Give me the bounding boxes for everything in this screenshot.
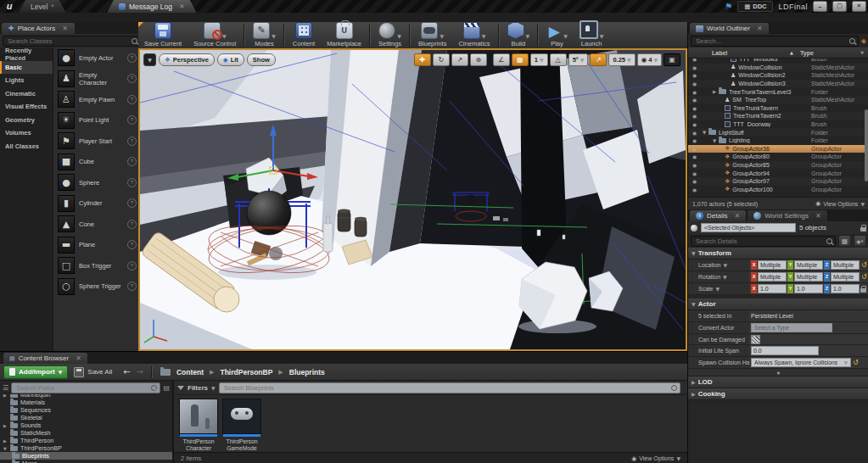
expander-collapsed-icon[interactable]: ▶ (3, 423, 8, 428)
scale-snap-button[interactable]: ↗ (590, 53, 607, 66)
help-icon[interactable]: ? (127, 115, 137, 125)
folder-row-thirdperson[interactable]: ▶ThirdPerson (0, 437, 172, 444)
outliner-row-selected[interactable]: ◉❖GroupActor36GroupActor (688, 145, 868, 153)
help-icon[interactable]: ? (127, 261, 137, 271)
folder-row-sounds[interactable]: ▶Sounds (0, 421, 172, 429)
outliner-row[interactable]: ◉❖GroupActor97GroupActor (688, 177, 868, 186)
close-tab-icon[interactable]: ✕ (62, 25, 68, 32)
reset-icon[interactable]: ↺ (861, 273, 867, 281)
rotate-tool-button[interactable]: ↻ (433, 53, 450, 66)
outliner-search-field[interactable] (691, 36, 859, 47)
rotation-z-field[interactable]: Multiple (831, 272, 860, 282)
convert-actor-dropdown[interactable]: Select a Type▼ (751, 323, 832, 332)
scale-snap-value[interactable]: 0.25▼ (608, 53, 635, 66)
search-assets-field[interactable] (219, 382, 680, 393)
initial-life-span-field[interactable]: 0.0 (751, 346, 819, 355)
save-all-button[interactable]: Save All (74, 367, 112, 377)
show-button[interactable]: Show (247, 53, 276, 66)
expander-collapsed-icon[interactable]: ▶ (713, 89, 719, 94)
content-browser-tab[interactable]: ▤ Content Browser ✕ (3, 353, 87, 364)
details-expander[interactable]: ▼ (688, 369, 868, 377)
rotation-y-field[interactable]: Multiple (794, 272, 823, 282)
search-details-field[interactable] (691, 236, 836, 247)
play-button[interactable]: ▶▼Play (540, 23, 574, 47)
blueprints-button[interactable]: ▼Blueprints (412, 23, 452, 47)
expander-expanded-icon[interactable]: ▼ (713, 138, 719, 143)
expander-expanded-icon[interactable]: ▼ (703, 130, 708, 135)
category-recently-placed[interactable]: Recently Placed (0, 47, 53, 61)
category-lights[interactable]: Lights (0, 74, 53, 87)
folder-row-skeletal[interactable]: Skeletal (0, 414, 172, 421)
visibility-eye-icon[interactable]: ◉ (688, 162, 701, 168)
build-button[interactable]: ▼Build (501, 23, 536, 47)
category-geometry[interactable]: Geometry (0, 114, 53, 127)
outliner-row[interactable]: ◉TreeTrunkTavernBrush (688, 104, 868, 113)
asset-thirdperson-character[interactable]: ThirdPersonCharacter (179, 399, 218, 451)
flag-icon[interactable]: ⚑ (725, 2, 732, 11)
level-viewport[interactable]: ▼ ❖Perspective ◆Lit Show ✚ ↻ ↗ ⊕ ∠ ▦ 1▼ … (138, 48, 687, 351)
help-icon[interactable]: ? (127, 157, 137, 166)
help-icon[interactable]: ? (127, 137, 137, 146)
marketplace-button[interactable]: UMarketplace (321, 23, 367, 47)
lod-section-header[interactable]: ▶ LOD (688, 377, 868, 388)
help-icon[interactable]: ? (127, 220, 137, 229)
close-tab-icon[interactable]: ✕ (757, 25, 763, 32)
list-view-icon[interactable]: ▤ (163, 384, 170, 392)
location-y-field[interactable]: Multiple (794, 260, 823, 270)
grid-snap-value[interactable]: 1▼ (530, 53, 548, 66)
folder-row-staticmesh[interactable]: StaticMesh (0, 429, 172, 437)
add-import-button[interactable]: Add/Import▼ (3, 365, 68, 379)
visibility-eye-icon[interactable]: ◉ (688, 130, 701, 136)
expander-collapsed-icon[interactable]: ▶ (3, 438, 8, 443)
move-tool-button[interactable]: ✚ (414, 53, 431, 66)
rotation-snap-button[interactable]: △ (550, 53, 567, 66)
maximize-viewport-button[interactable]: ▣ (664, 53, 680, 66)
expander-expanded-icon[interactable]: ▼ (3, 446, 8, 451)
breadcrumb-thirdpersonbp[interactable]: ThirdPersonBP (220, 368, 272, 377)
can-be-damaged-checkbox[interactable] (751, 335, 760, 344)
rotation-x-field[interactable]: Multiple (758, 272, 787, 282)
content-view-options[interactable]: ◉View Options▼ (631, 455, 680, 462)
reset-icon[interactable]: ↺ (853, 359, 859, 366)
close-tab-icon[interactable]: ✕ (76, 354, 81, 362)
search-paths-input[interactable] (14, 383, 151, 393)
search-assets-input[interactable] (222, 383, 671, 393)
transform-section-header[interactable]: ▼ Transform (688, 248, 868, 259)
place-actor-point-light[interactable]: ☀Point Light? (53, 110, 139, 131)
outliner-row[interactable]: ◉▼LightStuffFolder (688, 128, 868, 137)
place-actors-tab[interactable]: ✚ Place Actors ✕ (2, 23, 75, 34)
place-actor-player-start[interactable]: ⚑Player Start? (53, 131, 139, 152)
cooking-section-header[interactable]: ▶ Cooking (688, 388, 868, 400)
visibility-eye-icon[interactable]: ◉ (688, 59, 701, 62)
outliner-column-header[interactable]: Label ▲ Type ▼ (688, 47, 868, 59)
lock-icon[interactable] (860, 227, 866, 232)
modes-button[interactable]: ✎▼Modes (247, 23, 282, 47)
source-control-button[interactable]: ▼Source Control (188, 23, 242, 47)
type-filter-icon[interactable]: ▼ (860, 50, 864, 55)
lit-button[interactable]: ◆Lit (217, 53, 244, 66)
outliner-row[interactable]: ◉❖GroupActor94GroupActor (688, 169, 868, 177)
sources-toggle-icon[interactable]: ☰ (3, 384, 8, 392)
outliner-row[interactable]: ◉▼LightingFolder (688, 137, 868, 145)
close-tab-icon[interactable]: ✕ (815, 212, 821, 220)
folder-row-materials[interactable]: Materials (0, 399, 172, 406)
close-tab-icon[interactable]: ✕ (179, 3, 185, 10)
outliner-row[interactable]: ◉♟WindowCollision3StaticMeshActor (688, 80, 868, 88)
visibility-eye-icon[interactable]: ◉ (688, 89, 701, 95)
help-icon[interactable]: ? (127, 74, 137, 83)
place-actor-cube[interactable]: ■Cube? (53, 152, 139, 173)
visibility-eye-icon[interactable]: ◉ (688, 113, 701, 119)
location-x-field[interactable]: Multiple (758, 260, 787, 270)
place-actor-plane[interactable]: ▬Plane? (53, 235, 139, 256)
place-actor-cone[interactable]: ▲Cone? (53, 214, 139, 235)
camera-speed-control[interactable]: ◉4▼ (637, 53, 662, 66)
breadcrumb-blueprints[interactable]: Blueprints (289, 368, 325, 377)
reset-icon[interactable]: ↺ (861, 261, 867, 269)
outliner-row[interactable]: ◉▶TreeTrunkTavernLevel3Folder (688, 87, 868, 96)
actor-section-header[interactable]: ▼ Actor (688, 298, 868, 310)
filters-button[interactable]: Filters (188, 384, 208, 392)
world-settings-tab[interactable]: World Settings ✕ (748, 210, 827, 221)
folder-row-blueprints-selected[interactable]: Blueprints (0, 452, 172, 460)
back-arrow-icon[interactable]: ← (123, 367, 130, 377)
help-icon[interactable]: ? (127, 95, 137, 104)
